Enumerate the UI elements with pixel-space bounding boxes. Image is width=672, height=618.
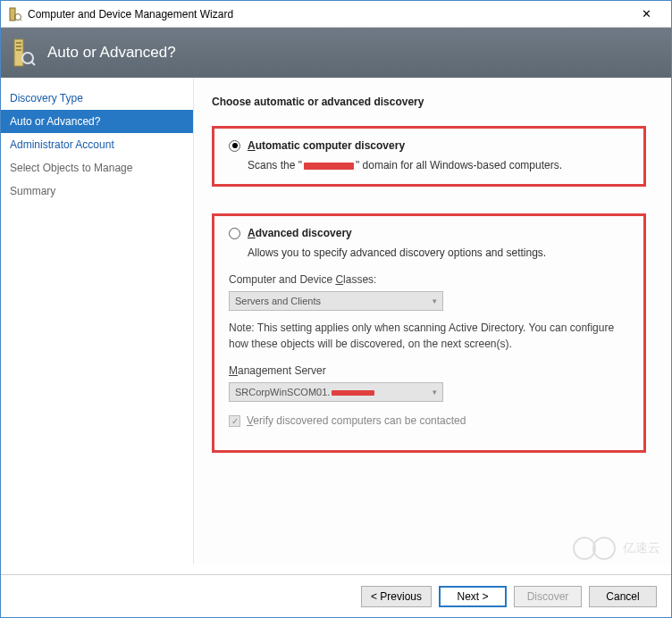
wizard-icon [8,7,22,21]
next-button[interactable]: Next > [439,586,507,607]
watermark: 亿速云 [573,535,660,562]
titlebar: Computer and Device Management Wizard ✕ [1,1,671,28]
radio-advanced-label: Advanced discovery [248,227,352,239]
radio-automatic-label: Automatic computer discovery [248,139,405,152]
advanced-description: Allows you to specify advanced discovery… [248,245,629,261]
wizard-header: Auto or Advanced? [1,28,671,78]
discover-button: Discover [514,586,582,607]
device-classes-combo: Servers and Clients▾ [229,291,443,311]
nav-discovery-type[interactable]: Discovery Type [1,87,193,110]
content-area: Discovery Type Auto or Advanced? Adminis… [1,78,671,564]
svg-rect-4 [16,42,21,44]
redacted-server-suffix [332,390,374,396]
radio-advanced[interactable] [229,228,240,239]
chevron-down-icon: ▾ [433,296,437,305]
verify-checkbox-label: Verify discovered computers can be conta… [247,414,466,427]
classes-note: Note: This setting applies only when sca… [229,320,629,352]
previous-button[interactable]: < Previous [361,586,432,607]
svg-line-2 [20,19,21,21]
wizard-header-icon [12,37,37,69]
wizard-footer: < Previous Next > Discover Cancel [1,574,671,617]
svg-rect-6 [16,49,21,51]
automatic-discovery-option: Automatic computer discovery Scans the "… [212,126,646,187]
cancel-button[interactable]: Cancel [589,586,657,607]
radio-automatic[interactable] [229,140,240,152]
management-server-combo: SRCorpWinSCOM01.▾ [229,382,443,402]
wizard-nav: Discovery Type Auto or Advanced? Adminis… [1,78,194,564]
page-title: Auto or Advanced? [47,44,176,62]
verify-checkbox: ✓ [229,415,240,427]
nav-auto-or-advanced[interactable]: Auto or Advanced? [1,110,193,133]
nav-select-objects: Select Objects to Manage [1,156,193,180]
svg-rect-5 [16,46,21,47]
management-server-label: Management Server [229,364,629,377]
redacted-domain [304,163,354,170]
advanced-discovery-option: Advanced discovery Allows you to specify… [212,213,646,453]
nav-administrator-account[interactable]: Administrator Account [1,133,193,156]
chevron-down-icon: ▾ [433,388,437,397]
main-panel: Choose automatic or advanced discovery A… [194,78,671,564]
window-title: Computer and Device Management Wizard [28,8,628,21]
device-classes-label: Computer and Device Classes: [229,273,629,286]
svg-line-8 [31,62,35,65]
close-button[interactable]: ✕ [628,2,664,27]
section-heading: Choose automatic or advanced discovery [212,96,646,108]
automatic-description: Scans the "" domain for all Windows-base… [248,157,629,173]
svg-rect-0 [10,8,15,21]
nav-summary: Summary [1,180,193,203]
